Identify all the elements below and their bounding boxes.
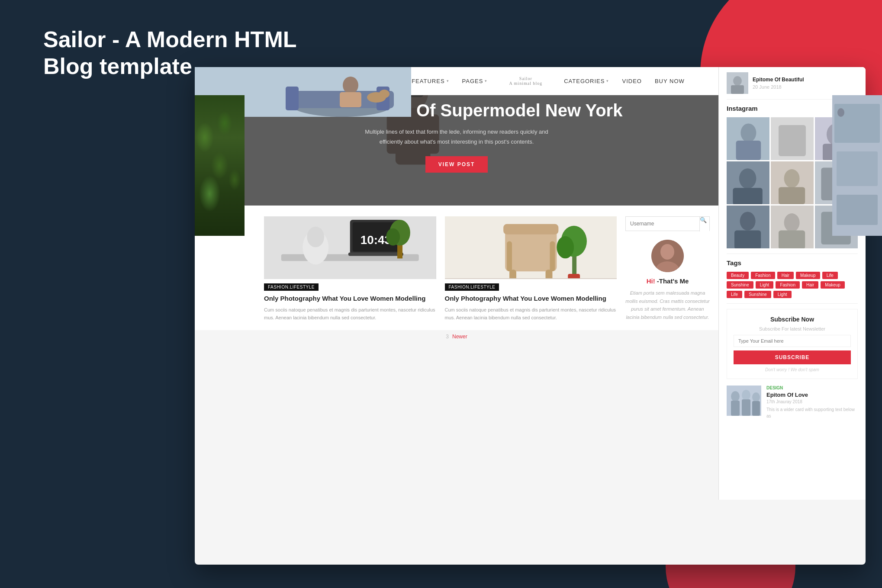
tags-title: Tags (727, 259, 858, 267)
browser-mockup: HOME ▾ FEATURES ▾ PAGES ▾ Sailor A minim… (195, 67, 866, 565)
tag-light-1[interactable]: Light (756, 281, 774, 289)
divider-3 (727, 303, 858, 304)
svg-point-5 (343, 77, 358, 94)
subscribe-button[interactable]: SUBSCRIBE (734, 350, 851, 364)
svg-rect-34 (503, 224, 558, 235)
right-overflow-panel (832, 95, 882, 236)
svg-rect-49 (731, 85, 744, 94)
search-button[interactable]: 🔍 (699, 217, 709, 231)
design-card-image (727, 386, 761, 416)
search-input[interactable] (626, 217, 699, 231)
page-num-3: 3 (446, 334, 449, 340)
svg-point-75 (731, 391, 740, 402)
nav-categories-arrow: ▾ (606, 79, 609, 83)
nav-video-label: VIDEO (622, 78, 641, 84)
post-card-1: 10:43 FASHION.LIFESTYLE (264, 216, 436, 321)
hero-subtitle: Multiple lines of text that form the led… (361, 127, 552, 146)
view-post-button[interactable]: VIEW POST (425, 156, 488, 173)
svg-point-41 (557, 236, 574, 259)
left-plant-panel (195, 95, 245, 236)
nav-features-arrow: ▾ (447, 79, 449, 83)
tag-life-1[interactable]: Life (822, 272, 838, 279)
tags-container: Beauty Fashion Hair Makeup Life Sunshine… (727, 272, 858, 298)
leaf-pattern (195, 95, 245, 236)
tag-fashion-2[interactable]: Fashion (776, 281, 800, 289)
search-bar: 🔍 (625, 216, 710, 231)
post-2-title: Only Photography What You Love Women Mod… (445, 294, 617, 303)
post-1-title: Only Photography What You Love Women Mod… (264, 294, 436, 303)
ig-photo-4 (727, 161, 769, 204)
post-1-body: Cum sociis natoque penatibus et magnis d… (264, 306, 436, 321)
subscribe-email-input[interactable] (734, 335, 851, 347)
svg-rect-80 (752, 401, 760, 416)
page-title: Sailor - A Modern HTML Blog template (43, 26, 303, 80)
design-category: Design (766, 386, 858, 390)
tag-makeup-1[interactable]: Makeup (796, 272, 820, 279)
desk-photo: 10:43 (264, 216, 436, 279)
nav-features[interactable]: FEATURES ▾ (412, 78, 449, 84)
design-date: 17th Jnauray 2018 (766, 399, 858, 404)
svg-point-51 (740, 123, 756, 142)
tag-makeup-2[interactable]: Makeup (821, 281, 845, 289)
tag-life-2[interactable]: Life (727, 291, 742, 298)
ig-photo-5 (771, 161, 814, 204)
site-logo: Sailor A minimal blog (509, 76, 542, 86)
svg-rect-13 (837, 195, 878, 225)
subscribe-hint: Subscribe For latest Newsletter (734, 326, 851, 331)
profile-name: Hi! -That's Me (625, 277, 710, 285)
svg-point-48 (733, 76, 742, 86)
svg-point-45 (660, 244, 674, 260)
svg-point-67 (740, 212, 756, 230)
ig-photo-7 (727, 206, 769, 248)
nav-video[interactable]: VIDEO (622, 78, 641, 84)
svg-rect-52 (736, 141, 761, 160)
subscribe-note: Don't worry ! We don't spam (734, 367, 851, 372)
recent-post-date: 20 June 2018 (753, 84, 804, 90)
people-bg (727, 386, 761, 416)
tag-light-2[interactable]: Light (773, 291, 792, 298)
ig-photo-8 (771, 206, 814, 248)
recent-post-title: Epitome Of Beautiful (753, 77, 804, 84)
logo-subtext: A minimal blog (509, 81, 542, 86)
profile-name-rest: -That's Me (657, 277, 689, 285)
svg-rect-54 (779, 125, 806, 156)
posts-row: 10:43 FASHION.LIFESTYLE (195, 206, 718, 330)
design-card: Design Epitom Of Love 17th Jnauray 2018 … (727, 386, 858, 419)
tag-beauty[interactable]: Beauty (727, 272, 749, 279)
logo-text: Sailor (509, 76, 542, 81)
tag-sunshine-1[interactable]: Sunshine (727, 281, 753, 289)
nav-pages[interactable]: PAGES ▾ (462, 78, 488, 84)
svg-point-77 (742, 390, 750, 400)
svg-point-70 (784, 213, 800, 232)
profile-name-colored: Hi! (647, 277, 657, 285)
svg-rect-76 (731, 401, 740, 416)
ig-photo-1 (727, 117, 769, 160)
subscribe-box: Subscribe Now Subscribe For latest Newsl… (727, 309, 858, 379)
pagination: 3 Newer (195, 330, 718, 343)
nav-buy-label: BUY NOW (655, 78, 685, 84)
nav-categories[interactable]: CATEGORIES ▾ (564, 78, 609, 84)
profile-bio: Etiam porta sem malesuada magna mollis e… (625, 289, 710, 321)
svg-rect-33 (505, 228, 557, 271)
divider-2 (727, 254, 858, 254)
tag-fashion-1[interactable]: Fashion (751, 272, 775, 279)
svg-point-31 (386, 228, 400, 246)
svg-rect-12 (837, 151, 878, 186)
tag-hair-2[interactable]: Hair (802, 281, 818, 289)
tag-hair-1[interactable]: Hair (777, 272, 794, 279)
svg-rect-71 (779, 231, 805, 248)
post-2-category: FASHION.LIFESTYLE (445, 283, 499, 291)
recent-post-thumb (727, 72, 748, 94)
nav-buy[interactable]: BUY NOW (655, 78, 685, 84)
tag-sunshine-2[interactable]: Sunshine (744, 291, 771, 298)
blog-area: Become World Of Supermodel New York Mult… (195, 67, 718, 565)
svg-rect-78 (742, 399, 750, 416)
post-2-image (445, 216, 617, 279)
svg-rect-24 (348, 252, 403, 256)
svg-point-8 (379, 90, 389, 98)
newer-link[interactable]: Newer (452, 334, 467, 340)
svg-rect-3 (286, 87, 299, 110)
design-card-info: Design Epitom Of Love 17th Jnauray 2018 … (766, 386, 858, 419)
svg-rect-63 (779, 187, 805, 204)
subscribe-title: Subscribe Now (734, 316, 851, 323)
